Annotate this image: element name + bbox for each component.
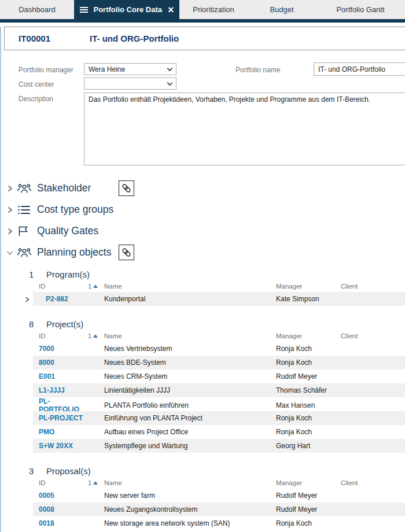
- sort-order: 1: [88, 283, 91, 290]
- section-planning-objects[interactable]: Planning objects: [1, 242, 405, 263]
- table-row[interactable]: PL-PROJECT Einführung von PLANTA Project…: [33, 411, 405, 425]
- portfolio-manager-label: Portfolio manager: [19, 66, 73, 74]
- tab-prioritization[interactable]: Prioritization: [179, 0, 248, 19]
- flag-icon: [17, 226, 32, 237]
- planning-objects-group-icon: [17, 247, 32, 258]
- planning-objects-link-button[interactable]: [119, 245, 134, 260]
- table-row[interactable]: L1-JJJJ Linientätigkeiten JJJJ Thomas Sc…: [33, 383, 405, 397]
- close-icon[interactable]: ×: [168, 5, 174, 15]
- row-manager: Rudolf Meyer: [276, 492, 341, 500]
- stakeholder-group-icon: [17, 183, 32, 194]
- column-name[interactable]: Name: [104, 283, 276, 290]
- chevron-down-icon[interactable]: [5, 250, 14, 256]
- section-stakeholder[interactable]: Stakeholder: [1, 178, 405, 199]
- row-id-link[interactable]: PMO: [33, 428, 88, 436]
- sort-order: 1: [88, 479, 91, 486]
- proposal-count: 3: [29, 466, 46, 476]
- row-manager: Ronja Koch: [276, 428, 341, 436]
- portfolio-header: IT00001 IT- und ORG-Portfolio: [4, 27, 405, 50]
- project-title: Project(s): [46, 319, 83, 329]
- program-table: ID 1 Name Manager Client P2-882 Kundenpo…: [33, 280, 405, 306]
- tab-dashboard[interactable]: Dashboard: [0, 0, 74, 19]
- row-manager: Rudolf Meyer: [276, 505, 341, 513]
- description-textarea[interactable]: Das Portfolio enthält Projektideen, Vorh…: [84, 93, 405, 165]
- table-row[interactable]: PL-PORTFOLIO PLANTA Portfolio einführen …: [33, 397, 405, 411]
- column-name[interactable]: Name: [104, 332, 276, 339]
- stakeholder-link-button[interactable]: [119, 180, 134, 196]
- row-manager: Thomas Schäfer: [276, 386, 341, 394]
- tab-portfolio-gantt[interactable]: Portfolio Gantt: [316, 0, 405, 19]
- column-manager[interactable]: Manager: [276, 283, 341, 290]
- chevron-down-icon: [167, 65, 173, 71]
- column-manager[interactable]: Manager: [276, 479, 341, 486]
- core-data-form: Portfolio manager Wera Heine Portfolio n…: [1, 50, 405, 178]
- sort-indicator[interactable]: 1: [88, 283, 104, 290]
- program-group-title: 1 Program(s): [1, 268, 405, 280]
- table-row[interactable]: PMO Aufbau eines Project Office Ronja Ko…: [33, 425, 405, 439]
- table-row[interactable]: E001 Neues CRM-System Rudolf Meyer: [33, 370, 405, 383]
- cost-center-select[interactable]: [84, 77, 176, 90]
- tab-budget[interactable]: Budget: [248, 0, 316, 19]
- table-row[interactable]: 0008 Neues Zugangskontrollsystem Rudolf …: [33, 503, 405, 516]
- column-id[interactable]: ID: [33, 479, 88, 486]
- table-row[interactable]: P2-882 Kundenportal Kate Simpson: [33, 292, 405, 306]
- table-row[interactable]: S+W 20XX Systempflege und Wartung Georg …: [33, 439, 405, 453]
- table-header: ID 1 Name Manager Client: [33, 280, 405, 292]
- column-manager[interactable]: Manager: [276, 332, 341, 339]
- menu-icon[interactable]: [80, 9, 88, 10]
- table-row[interactable]: 0018 New storage area network system (SA…: [33, 516, 405, 530]
- project-count: 8: [29, 319, 46, 329]
- row-manager: Ronja Koch: [276, 345, 341, 353]
- section-quality-gates[interactable]: Quality Gates: [1, 220, 405, 242]
- table-row[interactable]: 7000 Neues Vertriebsystem Ronja Koch: [33, 342, 405, 356]
- chevron-right-icon[interactable]: [5, 185, 14, 192]
- project-group: 8 Project(s) ID 1 Name Manager Client 70…: [1, 317, 405, 453]
- expand-row-icon[interactable]: [25, 296, 30, 304]
- row-id-link[interactable]: P2-882: [33, 295, 88, 303]
- column-name[interactable]: Name: [104, 479, 276, 486]
- row-id-link[interactable]: PL-PROJECT: [33, 414, 88, 422]
- row-id-link[interactable]: E001: [33, 372, 88, 380]
- row-id-link[interactable]: L1-JJJJ: [33, 386, 88, 394]
- column-client[interactable]: Client: [341, 283, 405, 290]
- sort-order: 1: [88, 332, 91, 339]
- row-name: PLANTA Portfolio einführen: [104, 401, 276, 409]
- portfolio-name-input[interactable]: [314, 62, 405, 76]
- portfolio-title: IT- und ORG-Portfolio: [90, 34, 179, 43]
- list-icon: [17, 205, 32, 215]
- column-client[interactable]: Client: [341, 479, 405, 486]
- table-row[interactable]: 8000 Neues BDE-System Ronja Koch: [33, 356, 405, 370]
- sort-asc-icon: [93, 285, 98, 288]
- row-id-link[interactable]: 0008: [33, 505, 88, 513]
- row-name: Aufbau eines Project Office: [104, 428, 276, 436]
- chevron-right-icon[interactable]: [5, 206, 14, 213]
- sort-indicator[interactable]: 1: [88, 479, 104, 486]
- tab-bar: Dashboard Portfolio Core Data × Prioriti…: [0, 0, 405, 19]
- accent-strip: [0, 19, 405, 23]
- section-label: Quality Gates: [37, 225, 98, 237]
- row-id-link[interactable]: 0018: [33, 519, 88, 527]
- row-id-link[interactable]: 8000: [33, 359, 88, 367]
- table-header: ID 1 Name Manager Client: [33, 330, 405, 342]
- column-client[interactable]: Client: [341, 332, 405, 339]
- chevron-right-icon[interactable]: [5, 228, 14, 235]
- sort-asc-icon: [93, 481, 98, 485]
- portfolio-manager-select[interactable]: Wera Heine: [84, 63, 176, 75]
- sort-indicator[interactable]: 1: [88, 332, 104, 339]
- table-row[interactable]: 0005 New server farm Rudolf Meyer: [33, 489, 405, 503]
- row-id-link[interactable]: 0005: [33, 492, 88, 500]
- description-label: Description: [19, 95, 53, 103]
- tab-portfolio-core-data[interactable]: Portfolio Core Data ×: [74, 0, 179, 19]
- row-manager: Ronja Koch: [276, 359, 341, 367]
- row-id-link[interactable]: S+W 20XX: [33, 442, 88, 450]
- row-manager: Ronja Koch: [276, 519, 341, 527]
- section-cost-type-groups[interactable]: Cost type groups: [1, 199, 405, 220]
- row-name: Neues CRM-System: [104, 372, 276, 380]
- row-name: New storage area network system (SAN): [104, 519, 276, 527]
- row-id-link[interactable]: 7000: [33, 345, 88, 353]
- sort-asc-icon: [93, 334, 98, 338]
- column-id[interactable]: ID: [33, 332, 88, 339]
- row-name: Neues BDE-System: [104, 359, 276, 367]
- program-group: 1 Program(s) ID 1 Name Manager Client P2…: [1, 268, 405, 306]
- column-id[interactable]: ID: [33, 283, 88, 290]
